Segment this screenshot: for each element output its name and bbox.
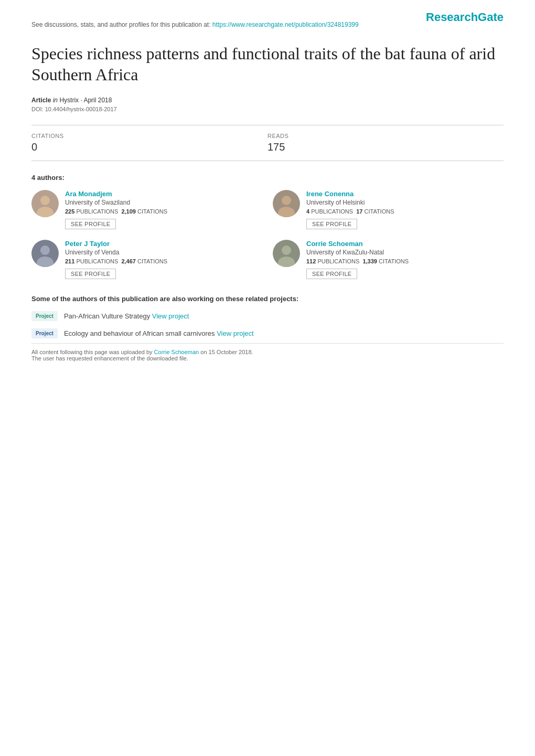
project-badge-2: Project xyxy=(31,328,58,338)
project-link-2[interactable]: View project xyxy=(217,329,254,337)
article-title: Species richness patterns and functional… xyxy=(31,43,504,85)
brand-logo: ResearchGate xyxy=(426,10,504,24)
author-info-corrie: Corrie Schoeman University of KwaZulu-Na… xyxy=(306,240,504,279)
svg-point-4 xyxy=(282,196,291,205)
footer-note: All content following this page was uplo… xyxy=(31,343,504,361)
author-info-irene: Irene Conenna University of Helsinki 4 P… xyxy=(306,190,504,229)
avatar-peter xyxy=(31,240,59,267)
article-doi: DOI: 10.4404/hystrix-00018-2017 xyxy=(31,106,504,112)
author-card-corrie: Corrie Schoeman University of KwaZulu-Na… xyxy=(273,240,504,279)
authors-section-title: 4 authors: xyxy=(31,174,504,182)
author-affiliation-ara: University of Swaziland xyxy=(65,199,262,206)
citations-block: CITATIONS 0 xyxy=(31,133,268,153)
citations-value: 0 xyxy=(31,141,268,153)
author-name-corrie[interactable]: Corrie Schoeman xyxy=(306,240,504,248)
project-text-2: Ecology and behaviour of African small c… xyxy=(64,329,254,337)
author-name-peter[interactable]: Peter J Taylor xyxy=(65,240,262,248)
see-profile-ara[interactable]: SEE PROFILE xyxy=(65,219,116,229)
project-text-1: Pan-African Vulture Strategy View projec… xyxy=(64,312,189,320)
see-profile-peter[interactable]: SEE PROFILE xyxy=(65,269,116,279)
footer-line-2: The user has requested enhancement of th… xyxy=(31,355,504,361)
author-name-irene[interactable]: Irene Conenna xyxy=(306,190,504,198)
project-link-1[interactable]: View project xyxy=(152,312,189,320)
author-card-peter: Peter J Taylor University of Venda 211 P… xyxy=(31,240,262,279)
uploader-link[interactable]: Corrie Schoeman xyxy=(154,349,199,355)
article-meta: Article in Hystrix · April 2018 xyxy=(31,97,504,104)
author-info-peter: Peter J Taylor University of Venda 211 P… xyxy=(65,240,262,279)
author-stats-corrie: 112 PUBLICATIONS 1,339 CITATIONS xyxy=(306,258,504,264)
svg-point-7 xyxy=(40,246,50,255)
author-affiliation-irene: University of Helsinki xyxy=(306,199,504,206)
stats-row: CITATIONS 0 READS 175 xyxy=(31,125,504,161)
related-projects-title: Some of the authors of this publication … xyxy=(31,295,504,303)
project-item-1: Project Pan-African Vulture Strategy Vie… xyxy=(31,311,504,321)
avatar-ara xyxy=(31,190,59,217)
author-stats-irene: 4 PUBLICATIONS 17 CITATIONS xyxy=(306,208,504,215)
author-name-ara[interactable]: Ara Monadjem xyxy=(65,190,262,198)
author-info-ara: Ara Monadjem University of Swaziland 225… xyxy=(65,190,262,229)
see-profile-corrie[interactable]: SEE PROFILE xyxy=(306,269,357,279)
project-item-2: Project Ecology and behaviour of African… xyxy=(31,328,504,338)
avatar-corrie xyxy=(273,240,300,267)
project-badge-1: Project xyxy=(31,311,58,321)
authors-grid: Ara Monadjem University of Swaziland 225… xyxy=(31,190,504,279)
reads-block: READS 175 xyxy=(268,133,504,153)
author-card-ara: Ara Monadjem University of Swaziland 225… xyxy=(31,190,262,229)
reads-label: READS xyxy=(268,133,504,139)
avatar-irene xyxy=(273,190,300,217)
author-affiliation-peter: University of Venda xyxy=(65,249,262,256)
footer-line-1: All content following this page was uplo… xyxy=(31,349,504,355)
publication-link[interactable]: https://www.researchgate.net/publication… xyxy=(212,21,359,28)
author-affiliation-corrie: University of KwaZulu-Natal xyxy=(306,249,504,256)
citations-label: CITATIONS xyxy=(31,133,268,139)
author-stats-ara: 225 PUBLICATIONS 2,109 CITATIONS xyxy=(65,208,262,215)
reads-value: 175 xyxy=(268,141,504,153)
author-card-irene: Irene Conenna University of Helsinki 4 P… xyxy=(273,190,504,229)
svg-point-1 xyxy=(40,196,50,205)
see-profile-irene[interactable]: SEE PROFILE xyxy=(306,219,357,229)
author-stats-peter: 211 PUBLICATIONS 2,467 CITATIONS xyxy=(65,258,262,264)
svg-point-10 xyxy=(282,246,291,255)
